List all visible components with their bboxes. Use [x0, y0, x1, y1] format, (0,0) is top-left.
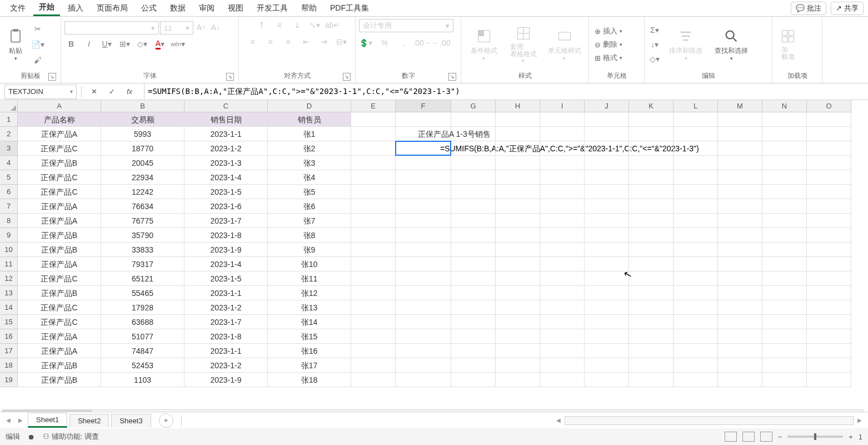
cell-E7[interactable] [351, 199, 396, 214]
cell-I2[interactable] [540, 127, 585, 141]
cell-N19[interactable] [762, 373, 807, 387]
cell-C9[interactable]: 2023-1-8 [184, 228, 268, 243]
row-header-15[interactable]: 15 [0, 315, 18, 329]
cell-M19[interactable] [718, 373, 762, 387]
cell-H3[interactable] [496, 141, 540, 156]
addins-button[interactable]: 加 载项 [776, 25, 800, 64]
row-header-19[interactable]: 19 [0, 373, 18, 387]
increase-font-button[interactable]: A↑ [194, 21, 208, 33]
cell-A12[interactable]: 正保产品C [18, 271, 101, 286]
cell-C17[interactable]: 2023-1-1 [184, 344, 268, 358]
zoom-slider[interactable] [787, 436, 843, 438]
cell-K6[interactable] [629, 185, 674, 199]
cell-O7[interactable] [807, 199, 851, 214]
cell-G8[interactable] [451, 214, 496, 228]
cell-B16[interactable]: 51077 [101, 329, 184, 344]
cell-D4[interactable]: 张3 [268, 156, 351, 170]
orientation-button[interactable]: ⤡▾ [308, 19, 322, 31]
cell-G9[interactable] [451, 228, 496, 243]
cell-I8[interactable] [540, 214, 585, 228]
menu-insert[interactable]: 插入 [62, 1, 89, 16]
cell-C12[interactable]: 2023-1-5 [184, 271, 268, 286]
cell-L18[interactable] [674, 358, 718, 373]
cell-H17[interactable] [496, 344, 540, 358]
cell-K7[interactable] [629, 199, 674, 214]
cell-D6[interactable]: 张5 [268, 185, 351, 199]
cell-K8[interactable] [629, 214, 674, 228]
cell-E12[interactable] [351, 271, 396, 286]
cell-I3[interactable] [540, 141, 585, 156]
font-size-combo[interactable]: 11▾ [160, 21, 193, 34]
clipboard-launcher[interactable]: ↘ [48, 73, 56, 81]
cell-M17[interactable] [718, 344, 762, 358]
sheet-tab-1[interactable]: Sheet1 [28, 413, 67, 428]
cell-M12[interactable] [718, 271, 762, 286]
cell-J13[interactable] [585, 286, 629, 300]
cell-N9[interactable] [762, 228, 807, 243]
cell-G13[interactable] [451, 286, 496, 300]
cell-E8[interactable] [351, 214, 396, 228]
cell-H8[interactable] [496, 214, 540, 228]
cell-A4[interactable]: 正保产品B [18, 156, 101, 170]
col-header-E[interactable]: E [351, 100, 396, 112]
increase-decimal-button[interactable]: .00→ [416, 37, 429, 49]
cell-K14[interactable] [629, 300, 674, 315]
cell-O17[interactable] [807, 344, 851, 358]
cell-D19[interactable]: 张18 [268, 373, 351, 387]
cell-G4[interactable] [451, 156, 496, 170]
cell-D16[interactable]: 张15 [268, 329, 351, 344]
cell-M18[interactable] [718, 358, 762, 373]
cell-L11[interactable] [674, 257, 718, 271]
name-box[interactable]: TEXTJOIN ▾ [4, 85, 77, 99]
cell-O2[interactable] [807, 127, 851, 141]
cell-H14[interactable] [496, 300, 540, 315]
cell-J6[interactable] [585, 185, 629, 199]
cell-O13[interactable] [807, 286, 851, 300]
wrap-text-button[interactable]: ab↵ [326, 19, 340, 31]
cell-H1[interactable] [496, 112, 540, 127]
cell-G14[interactable] [451, 300, 496, 315]
cell-C15[interactable]: 2023-1-7 [184, 315, 268, 329]
cell-K12[interactable] [629, 271, 674, 286]
horizontal-scrollbar[interactable]: ◀ ▶ [553, 416, 865, 426]
cell-I15[interactable] [540, 315, 585, 329]
cell-B18[interactable]: 52453 [101, 358, 184, 373]
cell-J9[interactable] [585, 228, 629, 243]
col-header-F[interactable]: F [396, 100, 451, 112]
col-header-C[interactable]: C [184, 100, 268, 112]
cell-H16[interactable] [496, 329, 540, 344]
cell-N5[interactable] [762, 170, 807, 185]
cell-B15[interactable]: 63688 [101, 315, 184, 329]
cell-D5[interactable]: 张4 [268, 170, 351, 185]
menu-file[interactable]: 文件 [4, 1, 31, 16]
align-middle-button[interactable]: ≡ [273, 19, 286, 31]
cell-D10[interactable]: 张9 [268, 243, 351, 257]
cell-C18[interactable]: 2023-1-2 [184, 358, 268, 373]
cell-L8[interactable] [674, 214, 718, 228]
cell-G2[interactable] [451, 127, 496, 141]
col-header-I[interactable]: I [540, 100, 585, 112]
cell-F13[interactable] [396, 286, 451, 300]
row-header-16[interactable]: 16 [0, 329, 18, 344]
col-header-D[interactable]: D [268, 100, 351, 112]
cell-H5[interactable] [496, 170, 540, 185]
cell-N10[interactable] [762, 243, 807, 257]
cell-J10[interactable] [585, 243, 629, 257]
cell-M7[interactable] [718, 199, 762, 214]
cell-G18[interactable] [451, 358, 496, 373]
cell-H4[interactable] [496, 156, 540, 170]
col-header-J[interactable]: J [585, 100, 629, 112]
cell-K16[interactable] [629, 329, 674, 344]
row-header-3[interactable]: 3 [0, 141, 18, 156]
cell-H10[interactable] [496, 243, 540, 257]
cell-L7[interactable] [674, 199, 718, 214]
row-header-9[interactable]: 9 [0, 228, 18, 243]
col-header-N[interactable]: N [762, 100, 807, 112]
cell-L10[interactable] [674, 243, 718, 257]
insert-cells-button[interactable]: ⊕插入▾ [592, 26, 625, 37]
cell-M16[interactable] [718, 329, 762, 344]
sheet-tab-3[interactable]: Sheet3 [111, 414, 151, 427]
cell-K19[interactable] [629, 373, 674, 387]
cell-N12[interactable] [762, 271, 807, 286]
cell-L2[interactable] [674, 127, 718, 141]
